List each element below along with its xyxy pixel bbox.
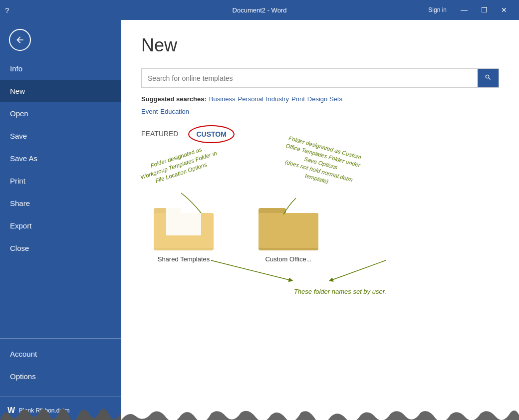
tab-featured[interactable]: FEATURED	[141, 127, 178, 141]
maximize-button[interactable]: ❐	[474, 0, 494, 20]
torn-bottom-edge	[121, 408, 519, 420]
sidebar-item-save-as[interactable]: Save As	[0, 147, 121, 170]
template-tabs: FEATURED CUSTOM	[141, 125, 499, 143]
suggested-education[interactable]: Education	[160, 108, 189, 115]
custom-office-folder[interactable]: Folder designated as CustomOffice Templa…	[256, 198, 321, 263]
sidebar-item-info[interactable]: Info	[0, 57, 121, 80]
title-bar: ? Document2 - Word Sign in — ❐ ✕	[0, 0, 519, 20]
app-layout: Info New Open Save Save As Print Share E…	[0, 20, 519, 420]
search-button[interactable]	[478, 69, 499, 87]
sidebar-item-open[interactable]: Open	[0, 102, 121, 125]
shared-templates-folder[interactable]: Folder designated asWorkgroup Templates …	[151, 198, 216, 263]
arrow-right-icon	[276, 196, 301, 215]
search-bar	[141, 68, 499, 88]
svg-rect-6	[259, 213, 318, 248]
arrow-left-icon	[176, 191, 206, 215]
torn-edge-sidebar	[0, 405, 121, 420]
templates-area: Folder designated asWorkgroup Templates …	[141, 158, 499, 295]
suggested-design-sets[interactable]: Design Sets	[307, 95, 342, 103]
sidebar-item-share[interactable]: Share	[0, 192, 121, 214]
suggested-label: Suggested searches:	[141, 95, 207, 103]
window-title: Document2 - Word	[233, 6, 287, 14]
bottom-annotation-area: These folder names set by user.	[141, 273, 499, 295]
window-controls: Sign in — ❐ ✕	[428, 0, 514, 20]
help-button[interactable]: ?	[5, 6, 9, 14]
sidebar-nav: Info New Open Save Save As Print Share E…	[0, 57, 121, 334]
suggested-event[interactable]: Event	[141, 108, 158, 115]
bottom-note: These folder names set by user.	[181, 273, 499, 295]
sidebar-item-new[interactable]: New	[0, 80, 121, 102]
sidebar: Info New Open Save Save As Print Share E…	[0, 20, 121, 420]
folder-note-left: Folder designated asWorkgroup Templates …	[130, 139, 228, 192]
sidebar-item-close[interactable]: Close	[0, 237, 121, 259]
search-icon	[485, 74, 492, 81]
back-button[interactable]	[5, 25, 35, 55]
back-arrow-icon	[15, 35, 25, 45]
main-content: New Suggested searches: Business Persona…	[121, 20, 519, 420]
suggested-industry[interactable]: Industry	[266, 95, 289, 103]
suggested-searches: Suggested searches: Business Personal In…	[141, 95, 499, 115]
minimize-button[interactable]: —	[454, 0, 474, 20]
sign-in-label[interactable]: Sign in	[428, 0, 447, 20]
suggested-personal[interactable]: Personal	[238, 95, 263, 103]
suggested-business[interactable]: Business	[209, 95, 236, 103]
sidebar-item-save[interactable]: Save	[0, 125, 121, 147]
sidebar-item-export[interactable]: Export	[0, 214, 121, 237]
page-title: New	[141, 35, 499, 56]
tab-custom[interactable]: CUSTOM	[188, 125, 234, 143]
sidebar-bottom: Account Options	[0, 343, 121, 388]
sidebar-item-account[interactable]: Account	[0, 343, 121, 365]
sidebar-divider-1	[0, 338, 121, 339]
search-input[interactable]	[142, 69, 478, 87]
sidebar-item-print[interactable]: Print	[0, 170, 121, 192]
sidebar-item-options[interactable]: Options	[0, 365, 121, 388]
close-button[interactable]: ✕	[494, 0, 514, 20]
sidebar-divider-2	[0, 397, 121, 397]
suggested-print[interactable]: Print	[291, 95, 305, 103]
